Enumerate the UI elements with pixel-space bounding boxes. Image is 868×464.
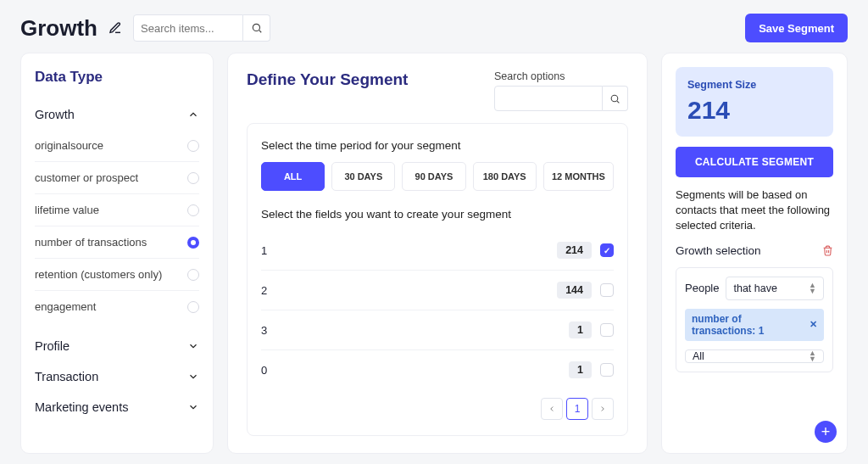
tag-remove-icon[interactable]: ✕	[810, 319, 817, 330]
summary-panel: Segment Size 214 CALCULATE SEGMENT Segme…	[661, 53, 848, 454]
field-option-label: 3	[261, 324, 267, 337]
criteria-box: People that have ▲▼ number of transactio…	[676, 267, 833, 372]
segment-size-box: Segment Size 214	[676, 67, 833, 137]
pencil-icon[interactable]	[108, 20, 123, 36]
segment-size-label: Segment Size	[687, 79, 821, 91]
data-type-panel: Data Type Growth originalsource customer…	[20, 53, 214, 454]
svg-point-0	[253, 24, 259, 31]
period-label: Select the time period for your segment	[261, 139, 614, 152]
checkbox[interactable]	[600, 283, 614, 297]
define-segment-heading: Define Your Segment	[247, 70, 408, 89]
checkbox[interactable]	[600, 243, 614, 257]
search-options-label: Search options	[494, 70, 628, 82]
radio-icon	[187, 204, 199, 216]
segment-size-value: 214	[687, 96, 821, 125]
count-badge: 214	[557, 242, 592, 259]
field-retention[interactable]: retention (customers only)	[35, 259, 199, 291]
section-growth[interactable]: Growth	[35, 99, 199, 130]
options-search-button[interactable]	[603, 86, 628, 111]
pager-prev[interactable]	[541, 398, 563, 420]
save-segment-button[interactable]: Save Segment	[745, 14, 848, 42]
field-option-row: 3 1	[261, 310, 614, 350]
all-select[interactable]: All ▲▼	[685, 349, 824, 363]
period-12-months[interactable]: 12 MONTHS	[543, 162, 614, 191]
period-180-days[interactable]: 180 DAYS	[473, 162, 537, 191]
trash-icon[interactable]	[822, 245, 833, 256]
radio-icon	[187, 140, 199, 152]
page-title: Growth	[20, 15, 97, 42]
define-segment-panel: Define Your Segment Search options Selec…	[227, 53, 648, 454]
fields-label: Select the fields you want to create you…	[261, 208, 614, 221]
chevron-down-icon	[187, 340, 199, 352]
radio-icon	[187, 269, 199, 281]
people-label: People	[685, 282, 719, 294]
calculate-segment-button[interactable]: CALCULATE SEGMENT	[676, 147, 833, 177]
field-option-row: 0 1	[261, 350, 614, 389]
section-profile[interactable]: Profile	[35, 331, 199, 361]
pager-next[interactable]	[592, 398, 614, 420]
search-input[interactable]	[133, 14, 243, 42]
field-option-label: 2	[261, 284, 267, 297]
search-icon	[609, 93, 620, 104]
selection-heading: Growth selection	[676, 244, 761, 257]
section-transaction[interactable]: Transaction	[35, 361, 199, 392]
checkbox[interactable]	[600, 363, 614, 377]
svg-line-3	[617, 101, 619, 103]
pager-page-1[interactable]: 1	[566, 398, 588, 420]
chevron-up-icon	[187, 109, 199, 120]
section-marketing-events[interactable]: Marketing events	[35, 392, 199, 422]
radio-icon	[187, 172, 199, 184]
svg-line-1	[259, 31, 261, 33]
chevron-down-icon	[187, 401, 199, 413]
updown-icon: ▲▼	[809, 282, 816, 293]
chevron-right-icon	[598, 405, 607, 413]
section-title: Transaction	[35, 370, 98, 383]
section-title: Profile	[35, 339, 70, 353]
data-type-heading: Data Type	[35, 69, 199, 86]
criteria-tag: number of transactions: 1 ✕	[685, 309, 824, 341]
people-select[interactable]: that have ▲▼	[726, 277, 824, 300]
field-option-label: 1	[261, 244, 267, 257]
period-all[interactable]: ALL	[261, 162, 325, 191]
search-button[interactable]	[243, 14, 270, 42]
count-badge: 1	[569, 321, 592, 338]
segment-description: Segments will be based on contacts that …	[676, 187, 833, 234]
field-option-row: 1 214	[261, 231, 614, 271]
field-option-label: 0	[261, 364, 267, 377]
updown-icon: ▲▼	[809, 350, 816, 361]
chevron-left-icon	[548, 405, 556, 413]
field-originalsource[interactable]: originalsource	[35, 130, 199, 162]
radio-icon	[187, 301, 199, 313]
count-badge: 144	[557, 282, 592, 299]
checkbox[interactable]	[600, 323, 614, 337]
field-customer-or-prospect[interactable]: customer or prospect	[35, 162, 199, 194]
svg-point-2	[611, 95, 618, 102]
field-option-row: 2 144	[261, 271, 614, 310]
options-search-input[interactable]	[494, 86, 603, 111]
period-30-days[interactable]: 30 DAYS	[331, 162, 395, 191]
chevron-down-icon	[187, 371, 199, 383]
field-engagement[interactable]: engagement	[35, 291, 199, 322]
search-icon	[251, 22, 263, 34]
field-lifetime-value[interactable]: lifetime value	[35, 194, 199, 226]
section-title: Growth	[35, 108, 75, 121]
radio-selected-icon	[187, 237, 199, 249]
section-title: Marketing events	[35, 400, 128, 414]
add-criteria-button[interactable]: +	[815, 421, 837, 443]
count-badge: 1	[569, 361, 592, 378]
period-90-days[interactable]: 90 DAYS	[402, 162, 465, 191]
field-number-of-transactions[interactable]: number of transactions	[35, 226, 199, 259]
